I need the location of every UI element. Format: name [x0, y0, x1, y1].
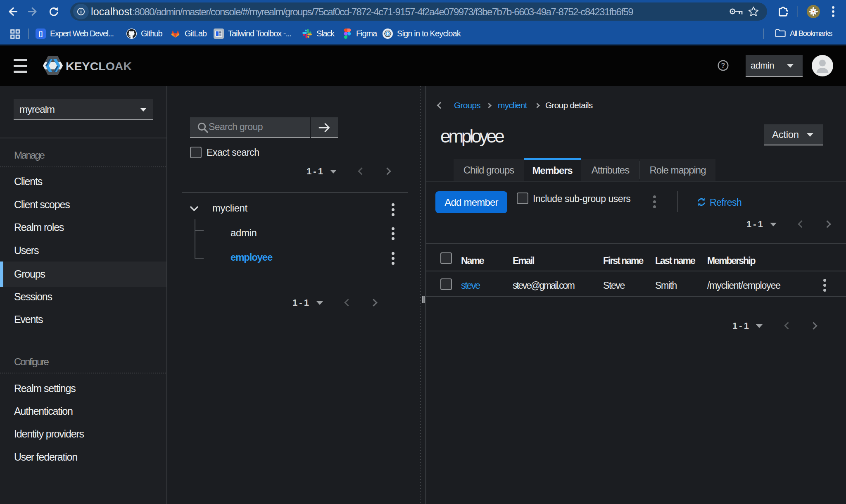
- svg-text:?: ?: [721, 62, 725, 69]
- svg-text:[]: []: [39, 30, 43, 37]
- svg-text:KEYCLOAK: KEYCLOAK: [66, 60, 132, 73]
